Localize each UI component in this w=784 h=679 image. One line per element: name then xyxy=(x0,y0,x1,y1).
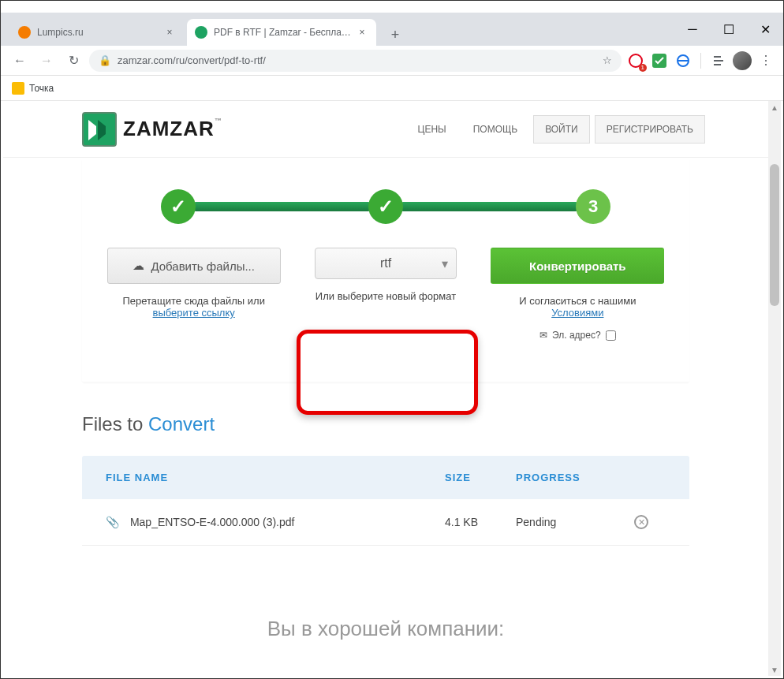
step-1-done xyxy=(161,189,196,224)
convert-button[interactable]: Конвертировать xyxy=(491,248,664,284)
agree-text: И согласиться с нашими Условиями xyxy=(519,295,636,319)
forward-button[interactable]: → xyxy=(35,50,58,72)
extension-opera[interactable]: 1 xyxy=(626,51,645,70)
email-label: Эл. адрес? xyxy=(552,330,601,341)
add-files-button[interactable]: ☁ Добавить файлы... xyxy=(107,248,281,284)
format-select[interactable]: rtf xyxy=(315,248,457,279)
add-files-label: Добавить файлы... xyxy=(151,259,255,273)
nav-prices[interactable]: ЦЕНЫ xyxy=(407,116,457,143)
close-icon[interactable]: × xyxy=(163,26,176,39)
extension-check[interactable] xyxy=(650,51,669,70)
email-checkbox[interactable] xyxy=(606,330,616,341)
table-row: 📎 Map_ENTSO-E-4.000.000 (3).pdf 4.1 KB P… xyxy=(82,499,689,546)
file-size: 4.1 KB xyxy=(445,516,516,528)
bookmark-label: Точка xyxy=(29,83,54,94)
maximize-button[interactable]: ☐ xyxy=(711,13,747,46)
logo-icon xyxy=(82,112,117,147)
step-col-convert: Конвертировать И согласиться с нашими Ус… xyxy=(490,248,666,341)
table-header: FILE NAME SIZE PROGRESS xyxy=(82,456,689,499)
step-2-done xyxy=(368,189,403,224)
format-value: rtf xyxy=(380,256,391,270)
nav-register[interactable]: РЕГИСТРИРОВАТЬ xyxy=(595,115,705,144)
scrollbar-thumb[interactable] xyxy=(770,164,779,306)
new-tab-button[interactable]: + xyxy=(384,24,406,46)
step-col-format: rtf Или выберите новый формат xyxy=(297,248,473,341)
file-progress: Pending xyxy=(516,516,634,528)
choose-link[interactable]: выберите ссылку xyxy=(153,307,235,319)
reading-list-icon[interactable] xyxy=(709,51,728,70)
url-field[interactable]: 🔒 zamzar.com/ru/convert/pdf-to-rtf/ ☆ xyxy=(89,50,622,72)
terms-link[interactable]: Условиями xyxy=(551,307,603,319)
close-icon[interactable]: × xyxy=(356,26,368,39)
scroll-down-icon[interactable]: ▼ xyxy=(768,663,781,676)
star-icon[interactable]: ☆ xyxy=(603,54,612,66)
nav-help[interactable]: ПОМОЩЬ xyxy=(462,116,528,143)
url-text: zamzar.com/ru/convert/pdf-to-rtf/ xyxy=(118,54,266,66)
tab-title: Lumpics.ru xyxy=(37,27,159,38)
format-hint: Или выберите новый формат xyxy=(315,290,456,302)
email-row: ✉ Эл. адрес? xyxy=(539,330,616,341)
bookmark-favicon xyxy=(12,82,24,95)
lock-icon: 🔒 xyxy=(99,54,111,66)
col-progress: PROGRESS xyxy=(516,472,634,483)
mail-icon: ✉ xyxy=(539,330,547,341)
bookmarks-bar: Точка xyxy=(1,76,783,101)
convert-label: Конвертировать xyxy=(529,259,626,273)
steps: 3 xyxy=(82,173,689,248)
tab-title: PDF в RTF | Zamzar - Бесплатная… xyxy=(214,27,351,38)
nav-login[interactable]: ВОЙТИ xyxy=(533,115,590,144)
col-size: SIZE xyxy=(445,472,516,483)
file-name: Map_ENTSO-E-4.000.000 (3).pdf xyxy=(130,516,295,528)
files-table: FILE NAME SIZE PROGRESS 📎 Map_ENTSO-E-4.… xyxy=(82,456,689,546)
brand-name: ZAMZAR™ xyxy=(123,117,222,141)
back-button[interactable]: ← xyxy=(9,50,31,72)
drag-hint: Перетащите сюда файлы или выберите ссылк… xyxy=(122,295,264,319)
favicon-lumpics xyxy=(18,26,31,39)
extension-globe[interactable] xyxy=(674,51,693,70)
scroll-up-icon[interactable]: ▲ xyxy=(768,101,781,114)
files-section: Files to Convert FILE NAME SIZE PROGRESS… xyxy=(82,413,689,546)
remove-file-button[interactable]: ✕ xyxy=(634,515,648,529)
step-connector xyxy=(401,202,577,211)
close-window-button[interactable]: ✕ xyxy=(747,13,783,46)
logo[interactable]: ZAMZAR™ xyxy=(82,112,222,147)
step-connector xyxy=(194,202,370,211)
step-col-add: ☁ Добавить файлы... Перетащите сюда файл… xyxy=(106,248,282,341)
reload-button[interactable]: ↻ xyxy=(62,50,84,72)
tab-lumpics[interactable]: Lumpics.ru × xyxy=(10,19,184,46)
files-title: Files to Convert xyxy=(82,413,689,435)
bookmark-item[interactable]: Точка xyxy=(12,82,54,95)
address-bar: ← → ↻ 🔒 zamzar.com/ru/convert/pdf-to-rtf… xyxy=(1,46,783,76)
company-tagline: Вы в хорошей компании: xyxy=(3,617,768,641)
tabs-bar: Lumpics.ru × PDF в RTF | Zamzar - Беспла… xyxy=(1,13,783,46)
browser-menu-button[interactable]: ⋮ xyxy=(756,53,775,68)
col-name: FILE NAME xyxy=(106,472,445,483)
attachment-icon: 📎 xyxy=(106,516,119,528)
tab-zamzar[interactable]: PDF в RTF | Zamzar - Бесплатная… × xyxy=(187,19,376,46)
converter-card: 3 ☁ Добавить файлы... Перетащите сюда фа… xyxy=(82,158,689,382)
extension-badge: 1 xyxy=(639,64,647,72)
profile-avatar[interactable] xyxy=(733,51,752,70)
favicon-zamzar xyxy=(195,26,207,39)
primary-nav: ЦЕНЫ ПОМОЩЬ ВОЙТИ РЕГИСТРИРОВАТЬ xyxy=(407,115,705,144)
minimize-button[interactable]: ─ xyxy=(674,13,711,46)
scrollbar[interactable]: ▲ ▼ xyxy=(768,101,781,676)
step-3: 3 xyxy=(576,189,610,224)
site-header: ZAMZAR™ ЦЕНЫ ПОМОЩЬ ВОЙТИ РЕГИСТРИРОВАТЬ xyxy=(3,101,768,158)
upload-icon: ☁ xyxy=(133,259,144,273)
